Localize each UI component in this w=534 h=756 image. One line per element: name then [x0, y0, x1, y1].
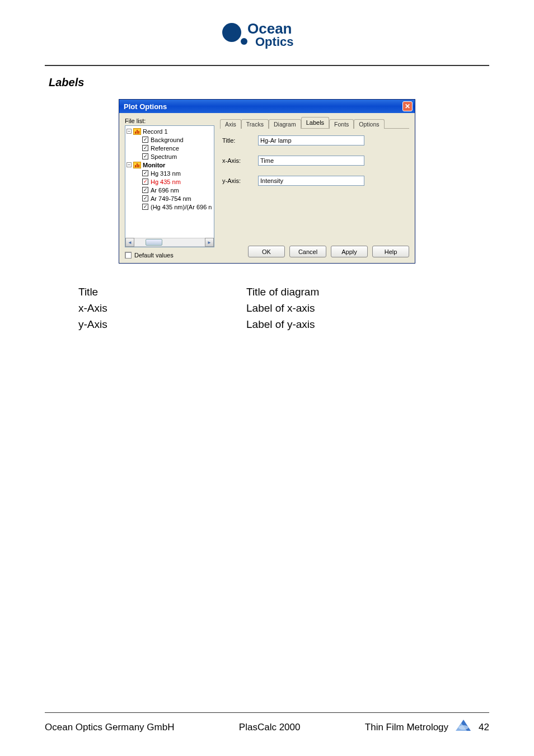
- cancel-button[interactable]: Cancel: [289, 246, 326, 257]
- header-divider: [45, 65, 489, 66]
- footer-company: Ocean Optics Germany GmbH: [45, 722, 174, 733]
- scroll-right-icon[interactable]: ►: [205, 238, 214, 247]
- dialog-titlebar[interactable]: Plot Options ✕: [119, 100, 415, 113]
- file-list-tree[interactable]: − Record 1 ✓ Background ✓ Referen: [125, 125, 214, 247]
- checkbox-icon[interactable]: ✓: [142, 179, 148, 185]
- tree-node-hg313[interactable]: ✓ Hg 313 nm: [127, 169, 214, 177]
- tree-label: Ar 696 nm: [151, 187, 179, 194]
- footer-category: Thin Film Metrology: [365, 722, 448, 733]
- description-key: y-Axis: [78, 318, 246, 331]
- svg-point-5: [458, 725, 469, 730]
- tree-node-background[interactable]: ✓ Background: [127, 135, 214, 144]
- chart-icon: [133, 162, 141, 168]
- footer-divider: [45, 712, 489, 713]
- description-key: x-Axis: [78, 302, 246, 314]
- section-title: Labels: [49, 76, 489, 89]
- tree-label: Hg 435 nm: [151, 179, 181, 185]
- dialog-title: Plot Options: [124, 102, 167, 111]
- tree-label: Ar 749-754 nm: [151, 195, 191, 202]
- tab-axis[interactable]: Axis: [220, 119, 241, 129]
- collapse-icon[interactable]: −: [127, 129, 132, 134]
- checkbox-icon[interactable]: ✓: [142, 145, 148, 151]
- title-label: Title:: [222, 137, 258, 144]
- title-input[interactable]: [258, 135, 364, 145]
- tree-node-ar696[interactable]: ✓ Ar 696 nm: [127, 186, 214, 194]
- horizontal-scrollbar[interactable]: ◄ ►: [125, 238, 214, 247]
- tab-labels[interactable]: Labels: [301, 117, 329, 128]
- footer-product: PlasCalc 2000: [239, 722, 301, 733]
- scroll-track[interactable]: [134, 238, 205, 247]
- y-axis-input[interactable]: [258, 176, 364, 186]
- description-list: Title Title of diagram x-Axis Label of x…: [78, 286, 489, 331]
- checkbox-icon[interactable]: ✓: [142, 187, 148, 193]
- tab-tracks[interactable]: Tracks: [241, 119, 269, 129]
- default-values-checkbox[interactable]: Default values: [125, 252, 214, 259]
- default-values-label: Default values: [134, 252, 174, 259]
- checkbox-icon[interactable]: ✓: [142, 170, 148, 176]
- description-key: Title: [78, 286, 246, 298]
- scroll-left-icon[interactable]: ◄: [125, 238, 134, 247]
- description-value: Label of y-axis: [246, 318, 315, 331]
- tab-options[interactable]: Options: [354, 119, 384, 129]
- chart-icon: [133, 128, 141, 135]
- tree-label: Background: [151, 137, 184, 143]
- svg-point-1: [228, 29, 236, 36]
- description-row: y-Axis Label of y-axis: [78, 318, 489, 331]
- checkbox-icon[interactable]: ✓: [142, 153, 148, 159]
- tree-label: Reference: [151, 145, 179, 152]
- close-icon[interactable]: ✕: [402, 101, 413, 111]
- apply-button[interactable]: Apply: [331, 246, 368, 257]
- description-row: x-Axis Label of x-axis: [78, 302, 489, 314]
- tree-node-hg435[interactable]: ✓ Hg 435 nm: [127, 177, 214, 186]
- checkbox-icon[interactable]: ✓: [142, 195, 148, 201]
- x-axis-input[interactable]: [258, 156, 364, 166]
- tree-label: Record 1: [143, 128, 168, 135]
- description-row: Title Title of diagram: [78, 286, 489, 298]
- collapse-icon[interactable]: −: [127, 162, 132, 167]
- scroll-thumb[interactable]: [146, 239, 162, 246]
- file-list-label: File list:: [125, 118, 214, 124]
- y-axis-label: y-Axis:: [222, 177, 258, 184]
- footer-page-number: 42: [479, 722, 489, 733]
- tree-label: Hg 313 nm: [151, 170, 181, 177]
- checkbox-icon[interactable]: [125, 252, 132, 259]
- tree-label: Monitor: [143, 162, 165, 168]
- tree-node-spectrum[interactable]: ✓ Spectrum: [127, 152, 214, 161]
- tree-label: Spectrum: [151, 153, 177, 160]
- description-value: Title of diagram: [246, 286, 319, 298]
- header-logo: Ocean Optics: [45, 17, 489, 65]
- x-axis-label: x-Axis:: [222, 157, 258, 164]
- tab-diagram[interactable]: Diagram: [269, 119, 301, 129]
- tree-node-reference[interactable]: ✓ Reference: [127, 144, 214, 152]
- tab-fonts[interactable]: Fonts: [329, 119, 354, 129]
- help-button[interactable]: Help: [372, 246, 409, 257]
- checkbox-icon[interactable]: ✓: [142, 137, 148, 143]
- plot-options-dialog: Plot Options ✕ File list: − Record 1 ✓: [119, 99, 415, 264]
- ok-button[interactable]: OK: [248, 246, 285, 257]
- logo-text-bottom: Optics: [255, 35, 293, 49]
- tree-node-monitor[interactable]: − Monitor: [127, 161, 214, 169]
- tree-node-record1[interactable]: − Record 1: [127, 127, 214, 135]
- description-value: Label of x-axis: [246, 302, 315, 314]
- tree-label: (Hg 435 nm)/(Ar 696 n: [151, 204, 212, 210]
- mikropack-logo-icon: [454, 719, 473, 736]
- tree-node-ar749[interactable]: ✓ Ar 749-754 nm: [127, 194, 214, 203]
- tree-node-ratio[interactable]: ✓ (Hg 435 nm)/(Ar 696 n: [127, 203, 214, 211]
- dialog-tabs: Axis Tracks Diagram Labels Fonts Options: [220, 118, 409, 129]
- svg-point-2: [241, 38, 247, 45]
- checkbox-icon[interactable]: ✓: [142, 204, 148, 210]
